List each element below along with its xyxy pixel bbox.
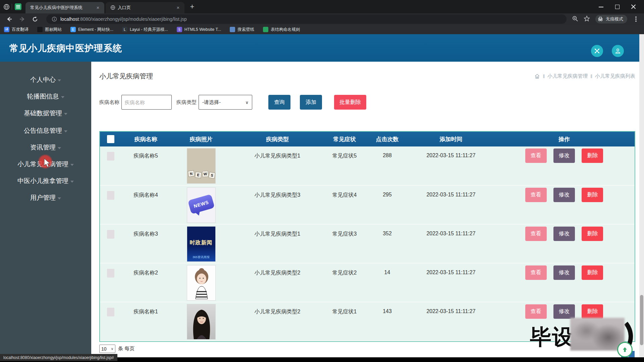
row-checkbox[interactable]	[107, 152, 114, 161]
table-header-row: 疾病名称 疾病照片 疾病类型 常见症状 点击次数 添加时间 操作	[100, 132, 635, 146]
view-button[interactable]: 查看	[525, 227, 547, 241]
tab-close-icon[interactable]: ×	[175, 5, 181, 11]
disease-type: 小儿常见疾病类型3	[232, 185, 323, 224]
sidebar-item-personal-center[interactable]: 个人中心	[0, 73, 91, 86]
row-checkbox[interactable]	[107, 269, 114, 278]
disease-type-select[interactable]: -请选择- ∨	[199, 95, 252, 110]
add-button[interactable]: 添加	[300, 95, 322, 110]
breadcrumb-item[interactable]: 小儿常见疾病列表	[595, 73, 635, 79]
chevron-down-icon	[64, 113, 67, 115]
bookmark-label: Layui - 经典开源模...	[130, 27, 168, 33]
forward-icon[interactable]	[17, 14, 27, 24]
sidebar-item-news[interactable]: 资讯管理	[0, 141, 91, 154]
fullscreen-button[interactable]	[591, 45, 603, 57]
window-close-button[interactable]	[630, 3, 637, 10]
scrollbar-thumb[interactable]	[640, 295, 643, 345]
sidebar-item-tcm-massage[interactable]: 中医小儿推拿管理	[0, 174, 91, 188]
sidebar-item-announcement[interactable]: 公告信息管理	[0, 124, 91, 137]
scrollbar-track[interactable]	[639, 34, 644, 357]
bookmark-star-icon[interactable]	[584, 15, 590, 23]
address-bar-actions: 无痕模式	[572, 15, 639, 23]
browser-menu-icon[interactable]	[635, 18, 637, 20]
home-icon[interactable]	[534, 73, 540, 79]
tab-close-icon[interactable]: ×	[95, 5, 101, 11]
edit-button[interactable]: 修改	[553, 304, 575, 319]
view-button[interactable]: 查看	[525, 304, 547, 319]
view-button[interactable]: 查看	[525, 265, 547, 280]
sidebar-item-label: 公告信息管理	[24, 126, 62, 135]
delete-button[interactable]: 删除	[582, 227, 603, 241]
view-button[interactable]: 查看	[525, 148, 547, 163]
select-all-header	[100, 132, 121, 146]
bookmark-item[interactable]: L Layui - 经典开源模...	[122, 27, 168, 33]
disease-table-container: 疾病名称 疾病照片 疾病类型 常见症状 点击次数 添加时间 操作 疾病名称5	[99, 131, 635, 342]
column-header: 疾病类型	[232, 132, 323, 146]
selected-option: -请选择-	[202, 99, 221, 106]
reload-icon[interactable]	[30, 14, 40, 24]
select-all-checkbox[interactable]	[107, 135, 114, 143]
delete-button[interactable]: 删除	[582, 304, 603, 319]
per-page-label: 条 每页	[118, 346, 135, 352]
bookmark-favicon: 5	[177, 27, 182, 32]
back-to-top-button[interactable]	[617, 342, 633, 357]
breadcrumb: ‖ 小儿常见疾病管理 ‖ 小儿常见疾病列表	[534, 73, 635, 79]
bookmark-label: HTML5 Website T...	[184, 27, 221, 32]
disease-type: 小儿常见疾病类型2	[232, 263, 323, 302]
batch-delete-button[interactable]: 批量删除	[334, 95, 366, 110]
browser-globe-icon[interactable]	[3, 4, 10, 10]
url-field[interactable]: localhost:8080/xiaoerzhongyi/jsp/modules…	[46, 14, 567, 24]
breadcrumb-separator: ‖	[590, 74, 592, 79]
view-button[interactable]: 查看	[525, 188, 547, 202]
disease-type-label: 疾病类型	[176, 99, 197, 106]
bookmark-item[interactable]: E Element - 网站快...	[70, 27, 113, 33]
chevron-down-icon	[58, 147, 61, 149]
browser-tab-inactive[interactable]: 入口页 ×	[106, 2, 184, 13]
added-time: 2022-03-15 11:11:27	[408, 263, 494, 302]
delete-button[interactable]: 删除	[582, 188, 603, 202]
disease-name: 疾病名称1	[121, 302, 170, 341]
search-button[interactable]: 查询	[268, 95, 290, 110]
click-count: 14	[366, 263, 408, 302]
new-tab-button[interactable]: +	[187, 2, 197, 12]
bookmark-label: Element - 网站快...	[78, 27, 113, 33]
bookmark-item[interactable]: 译 百度翻译	[4, 27, 29, 33]
delete-button[interactable]: 删除	[582, 148, 603, 163]
row-checkbox[interactable]	[107, 230, 114, 239]
edit-button[interactable]: 修改	[553, 188, 575, 202]
window-maximize-button[interactable]	[614, 3, 621, 10]
bookmark-item[interactable]: 图标网站	[37, 27, 62, 33]
user-profile-button[interactable]	[612, 45, 624, 57]
disease-photo-news-dice: N E W S	[187, 148, 216, 184]
disease-name-label: 疾病名称	[99, 99, 119, 106]
bookmark-item[interactable]: 表结构命名规则	[263, 27, 300, 33]
bookmark-item[interactable]: 5 HTML5 Website T...	[177, 27, 221, 32]
column-header: 操作	[494, 132, 635, 146]
tab-favicon-globe-icon	[110, 5, 115, 10]
page-size-select[interactable]: 10 ∨	[99, 345, 115, 353]
incognito-badge[interactable]: 无痕模式	[595, 15, 627, 23]
added-time: 2022-03-15 11:11:27	[408, 302, 494, 341]
pinned-app-icon[interactable]	[15, 3, 21, 10]
site-info-icon[interactable]	[51, 14, 58, 24]
delete-button[interactable]: 删除	[582, 265, 603, 280]
chevron-down-icon: ∨	[111, 347, 113, 351]
sidebar-item-carousel-info[interactable]: 轮播图信息	[0, 90, 91, 103]
sidebar-item-user-management[interactable]: 用户管理	[0, 191, 91, 204]
bookmark-item[interactable]: 搜索壁纸	[230, 27, 254, 33]
edit-button[interactable]: 修改	[553, 148, 575, 163]
sidebar-item-label: 基础数据管理	[24, 109, 62, 118]
breadcrumb-item[interactable]: 小儿常见疾病管理	[547, 73, 588, 79]
row-checkbox[interactable]	[107, 191, 114, 200]
edit-button[interactable]: 修改	[553, 265, 575, 280]
sidebar-item-basic-data[interactable]: 基础数据管理	[0, 107, 91, 120]
disease-symptom: 常见症状5	[323, 146, 366, 185]
zoom-icon[interactable]	[572, 15, 578, 23]
edit-button[interactable]: 修改	[553, 227, 575, 241]
disease-name-input[interactable]	[121, 95, 172, 110]
browser-tab-active[interactable]: 常见小儿疾病中医护理系统 ×	[25, 2, 104, 13]
bookmark-favicon	[230, 27, 235, 32]
browser-tab-strip: 常见小儿疾病中医护理系统 × 入口页 × +	[0, 0, 644, 13]
row-checkbox[interactable]	[107, 308, 114, 316]
window-minimize-button[interactable]	[598, 3, 605, 10]
back-icon[interactable]	[5, 14, 14, 24]
